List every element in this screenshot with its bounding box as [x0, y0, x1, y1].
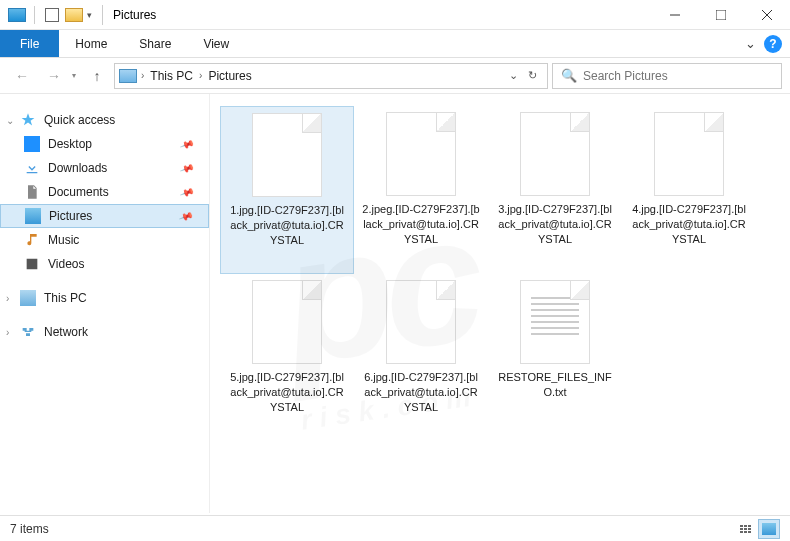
status-item-count: 7 items: [10, 522, 49, 536]
videos-icon: [24, 256, 40, 272]
sidebar-item-thispc[interactable]: › This PC: [0, 286, 209, 310]
minimize-button[interactable]: [652, 0, 698, 30]
recent-locations-icon[interactable]: ▾: [72, 71, 76, 80]
desktop-icon: [24, 136, 40, 152]
sidebar-item-downloads[interactable]: Downloads 📌: [0, 156, 209, 180]
title-bar: ▾ Pictures: [0, 0, 790, 30]
tab-view[interactable]: View: [187, 30, 245, 57]
back-button[interactable]: ←: [8, 63, 36, 89]
address-folder-icon: [119, 69, 137, 83]
sidebar-item-network[interactable]: › Network: [0, 320, 209, 344]
thispc-icon: [20, 290, 36, 306]
pin-icon: 📌: [179, 160, 195, 175]
navigation-pane: ⌄ Quick access Desktop 📌 Downloads 📌 Doc…: [0, 94, 210, 513]
qat-newfolder-icon[interactable]: [65, 6, 83, 24]
pin-icon: 📌: [179, 184, 195, 199]
star-icon: [20, 112, 36, 128]
tab-home[interactable]: Home: [59, 30, 123, 57]
file-name-label: 4.jpg.[ID-C279F237].[black_privat@tuta.i…: [630, 202, 748, 247]
address-dropdown-icon[interactable]: ⌄: [509, 69, 518, 82]
file-name-label: 1.jpg.[ID-C279F237].[black_privat@tuta.i…: [229, 203, 345, 248]
file-name-label: 5.jpg.[ID-C279F237].[black_privat@tuta.i…: [228, 370, 346, 415]
close-button[interactable]: [744, 0, 790, 30]
pin-icon: 📌: [179, 136, 195, 151]
file-item[interactable]: 4.jpg.[ID-C279F237].[black_privat@tuta.i…: [622, 106, 756, 274]
file-item[interactable]: 2.jpeg.[ID-C279F237].[black_privat@tuta.…: [354, 106, 488, 274]
file-name-label: 6.jpg.[ID-C279F237].[black_privat@tuta.i…: [362, 370, 480, 415]
svg-rect-1: [716, 10, 726, 20]
address-bar[interactable]: › This PC › Pictures ⌄ ↻: [114, 63, 548, 89]
view-details-button[interactable]: [734, 519, 756, 539]
file-icon: [252, 113, 322, 197]
chevron-right-icon[interactable]: ›: [141, 70, 144, 81]
sidebar-label: Quick access: [44, 113, 115, 127]
pictures-icon: [25, 208, 41, 224]
help-icon[interactable]: ?: [764, 35, 782, 53]
file-item[interactable]: RESTORE_FILES_INFO.txt: [488, 274, 622, 442]
status-bar: 7 items: [0, 515, 790, 541]
qat-properties-icon[interactable]: [43, 6, 61, 24]
sidebar-item-documents[interactable]: Documents 📌: [0, 180, 209, 204]
file-tab[interactable]: File: [0, 30, 59, 57]
breadcrumb-pictures[interactable]: Pictures: [204, 69, 255, 83]
sidebar-label: Downloads: [48, 161, 107, 175]
up-button[interactable]: ↑: [84, 63, 110, 89]
window-title: Pictures: [113, 8, 156, 22]
breadcrumb-thispc[interactable]: This PC: [146, 69, 197, 83]
documents-icon: [24, 184, 40, 200]
file-name-label: RESTORE_FILES_INFO.txt: [496, 370, 614, 400]
sidebar-label: Videos: [48, 257, 84, 271]
downloads-icon: [24, 160, 40, 176]
forward-button[interactable]: →: [40, 63, 68, 89]
ribbon-expand-icon[interactable]: ⌄: [745, 36, 756, 51]
file-icon: [386, 280, 456, 364]
sidebar-label: Desktop: [48, 137, 92, 151]
chevron-right-icon[interactable]: ›: [199, 70, 202, 81]
sidebar-label: Music: [48, 233, 79, 247]
tree-expand-icon[interactable]: ›: [6, 327, 9, 338]
file-item[interactable]: 5.jpg.[ID-C279F237].[black_privat@tuta.i…: [220, 274, 354, 442]
tree-collapse-icon[interactable]: ⌄: [6, 115, 14, 126]
sidebar-label: Network: [44, 325, 88, 339]
sidebar-item-pictures[interactable]: Pictures 📌: [0, 204, 209, 228]
view-thumbnails-button[interactable]: [758, 519, 780, 539]
file-name-label: 3.jpg.[ID-C279F237].[black_privat@tuta.i…: [496, 202, 614, 247]
network-icon: [20, 324, 36, 340]
search-input[interactable]: [583, 69, 773, 83]
file-icon: [252, 280, 322, 364]
tree-expand-icon[interactable]: ›: [6, 293, 9, 304]
sidebar-label: Pictures: [49, 209, 92, 223]
file-item[interactable]: 6.jpg.[ID-C279F237].[black_privat@tuta.i…: [354, 274, 488, 442]
search-box[interactable]: 🔍: [552, 63, 782, 89]
sidebar-item-music[interactable]: Music: [0, 228, 209, 252]
sidebar-label: Documents: [48, 185, 109, 199]
sidebar-item-quickaccess[interactable]: ⌄ Quick access: [0, 108, 209, 132]
file-icon: [386, 112, 456, 196]
maximize-button[interactable]: [698, 0, 744, 30]
file-item[interactable]: 1.jpg.[ID-C279F237].[black_privat@tuta.i…: [220, 106, 354, 274]
search-icon: 🔍: [561, 68, 577, 83]
music-icon: [24, 232, 40, 248]
file-icon: [520, 112, 590, 196]
file-list[interactable]: 1.jpg.[ID-C279F237].[black_privat@tuta.i…: [210, 94, 790, 513]
explorer-app-icon: [8, 8, 26, 22]
file-name-label: 2.jpeg.[ID-C279F237].[black_privat@tuta.…: [362, 202, 480, 247]
qat-customize-icon[interactable]: ▾: [87, 10, 92, 20]
sidebar-label: This PC: [44, 291, 87, 305]
pin-icon: 📌: [178, 208, 194, 223]
text-file-icon: [520, 280, 590, 364]
sidebar-item-desktop[interactable]: Desktop 📌: [0, 132, 209, 156]
tab-share[interactable]: Share: [123, 30, 187, 57]
ribbon-tabs: File Home Share View ⌄ ?: [0, 30, 790, 58]
file-icon: [654, 112, 724, 196]
refresh-icon[interactable]: ↻: [528, 69, 537, 82]
file-item[interactable]: 3.jpg.[ID-C279F237].[black_privat@tuta.i…: [488, 106, 622, 274]
sidebar-item-videos[interactable]: Videos: [0, 252, 209, 276]
navigation-bar: ← → ▾ ↑ › This PC › Pictures ⌄ ↻ 🔍: [0, 58, 790, 94]
